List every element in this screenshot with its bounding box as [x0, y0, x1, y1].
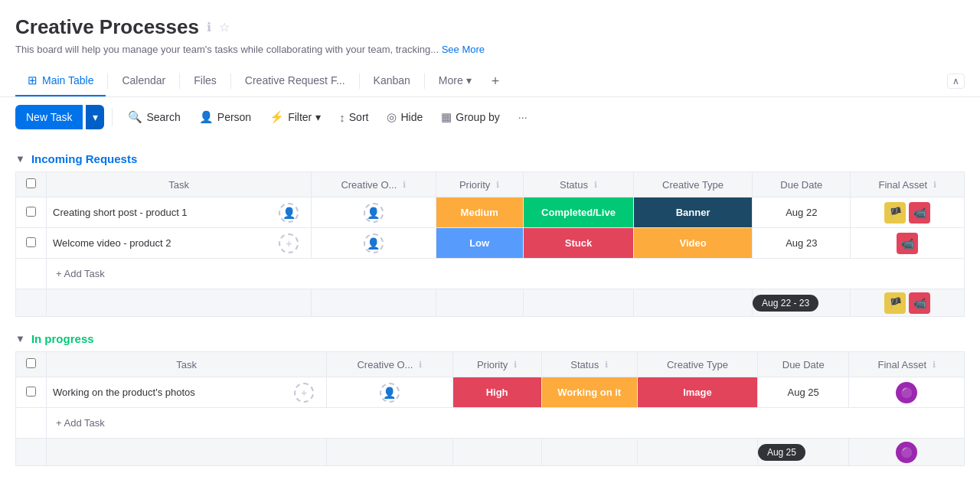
row2-due-date-cell[interactable]: Aug 23 [753, 228, 851, 259]
row3-checkbox[interactable] [26, 387, 36, 397]
row3-task-cell: Working on the product's photos + [47, 377, 327, 408]
info-icon-status-ip[interactable]: ℹ [605, 360, 608, 370]
select-all-incoming[interactable] [26, 178, 36, 188]
row1-task-cell: Creating short post - product 1 👤 [47, 197, 312, 228]
search-button[interactable]: 🔍 Search [120, 106, 188, 129]
tab-kanban[interactable]: Kanban [361, 67, 423, 96]
inprogress-table: Task Creative O... ℹ Priority [15, 351, 965, 466]
filter-chevron-icon: ▾ [315, 111, 321, 123]
row1-due-date-cell[interactable]: Aug 22 [753, 197, 851, 228]
row1-asset-video: 📹 [909, 202, 930, 224]
info-icon-co-ip[interactable]: ℹ [419, 360, 422, 370]
hide-button[interactable]: ◎ Hide [379, 106, 430, 129]
header-creative-owner-incoming: Creative O... ℹ [312, 172, 436, 197]
row3-due-date-cell[interactable]: Aug 25 [757, 377, 849, 408]
info-icon-priority-ip[interactable]: ℹ [514, 360, 517, 370]
row1-priority-badge: Medium [436, 197, 523, 227]
row2-co-avatar[interactable]: 👤 [364, 233, 384, 253]
toolbar: New Task ▾ 🔍 Search 👤 Person ⚡ Filter ▾ … [0, 97, 980, 137]
row3-co-avatar[interactable]: 👤 [380, 383, 400, 403]
row2-priority-cell[interactable]: Low [436, 228, 523, 259]
incoming-table-wrapper: Task Creative O... ℹ Priority [0, 171, 980, 317]
row3-status-cell[interactable]: Working on it [541, 377, 637, 408]
header-priority-ip: Priority ℹ [452, 352, 541, 377]
new-task-dropdown-button[interactable]: ▾ [86, 105, 104, 129]
header-status-ip: Status ℹ [541, 352, 637, 377]
row2-creative-owner-cell[interactable]: 👤 [312, 228, 436, 259]
info-icon-priority[interactable]: ℹ [496, 180, 499, 190]
add-task-row-inprogress[interactable]: + Add Task [16, 408, 965, 439]
person-button[interactable]: 👤 Person [191, 106, 259, 129]
info-icon-co[interactable]: ℹ [403, 180, 406, 190]
header-creative-type-incoming: Creative Type [634, 172, 753, 197]
row2-checkbox[interactable] [26, 237, 36, 247]
sort-icon: ↕ [339, 111, 345, 124]
row3-creative-type-badge: Image [638, 377, 757, 407]
tab-more[interactable]: More ▾ [426, 67, 484, 96]
row3-checkbox-cell [16, 377, 47, 408]
group-toggle-incoming[interactable]: ▼ [15, 153, 25, 165]
row1-checkbox[interactable] [26, 207, 36, 217]
board-title: Creative Processes [15, 15, 199, 39]
tab-divider-3 [230, 73, 231, 89]
more-options-button[interactable]: ··· [511, 106, 535, 128]
row3-add-avatar[interactable]: + [294, 383, 314, 403]
group-by-button[interactable]: ▦ Group by [433, 106, 508, 129]
row2-assets: 📹 [851, 233, 964, 254]
row2-final-asset-cell[interactable]: 📹 [851, 228, 965, 259]
row1-creative-owner-cell[interactable]: 👤 [312, 197, 436, 228]
incoming-table: Task Creative O... ℹ Priority [15, 171, 965, 317]
tab-divider [107, 73, 108, 89]
row2-creative-type-cell[interactable]: Video [634, 228, 753, 259]
header-checkbox-cell-ip [16, 352, 47, 377]
board-subtitle: This board will help you manage your tea… [15, 44, 965, 55]
see-more-link[interactable]: See More [442, 44, 485, 55]
group-title-incoming[interactable]: Incoming Requests [31, 152, 137, 165]
star-icon[interactable]: ☆ [219, 20, 230, 34]
row3-final-asset-cell[interactable]: 🟣 [849, 377, 965, 408]
info-icon-asset[interactable]: ℹ [933, 180, 936, 190]
info-icon-status[interactable]: ℹ [594, 180, 597, 190]
info-icon-asset-ip[interactable]: ℹ [933, 360, 936, 370]
row3-creative-owner-cell[interactable]: 👤 [327, 377, 453, 408]
tab-divider-2 [179, 73, 180, 89]
inprogress-table-wrapper: Task Creative O... ℹ Priority [0, 351, 980, 466]
row3-creative-type-cell[interactable]: Image [637, 377, 757, 408]
row1-avatar-with-badge[interactable]: 👤 [279, 203, 299, 223]
row3-status-badge: Working on it [542, 377, 637, 407]
row2-status-cell[interactable]: Stuck [523, 228, 633, 259]
group-title-inprogress[interactable]: In progress [31, 332, 94, 345]
tab-files[interactable]: Files [181, 67, 229, 96]
header-due-date-incoming: Due Date [753, 172, 851, 197]
tab-creative-request[interactable]: Creative Request F... [233, 67, 358, 96]
group-icon: ▦ [441, 110, 452, 124]
row1-co-avatar[interactable]: 👤 [364, 203, 384, 223]
row1-status-cell[interactable]: Completed/Live [523, 197, 633, 228]
info-icon[interactable]: ℹ [207, 20, 211, 34]
filter-button[interactable]: ⚡ Filter ▾ [262, 106, 328, 129]
sort-button[interactable]: ↕ Sort [332, 106, 376, 129]
row1-final-asset-cell[interactable]: 🏴 📹 [851, 197, 965, 228]
add-task-cell-inprogress[interactable]: + Add Task [47, 408, 965, 439]
tab-calendar[interactable]: Calendar [109, 67, 178, 96]
group-incoming-header: ▼ Incoming Requests [0, 149, 980, 171]
collapse-tabs-button[interactable]: ∧ [947, 73, 965, 89]
group-inprogress-header: ▼ In progress [0, 329, 980, 351]
row1-priority-cell[interactable]: Medium [436, 197, 523, 228]
new-task-button[interactable]: New Task [15, 105, 83, 129]
select-all-inprogress[interactable] [26, 358, 36, 368]
add-task-cell-incoming[interactable]: + Add Task [47, 259, 965, 289]
filter-icon: ⚡ [270, 110, 284, 124]
summary-row-inprogress: Aug 25 🟣 [16, 439, 965, 466]
row1-creative-type-badge: Banner [634, 197, 752, 227]
row3-priority-cell[interactable]: High [452, 377, 541, 408]
group-toggle-inprogress[interactable]: ▼ [15, 333, 25, 344]
row1-creative-type-cell[interactable]: Banner [634, 197, 753, 228]
row2-add-avatar[interactable]: + [279, 233, 299, 253]
summary-date-inprogress: Aug 25 [757, 439, 849, 466]
table-row: Welcome video - product 2 + 👤 [16, 228, 965, 259]
add-task-row-incoming[interactable]: + Add Task [16, 259, 965, 289]
tab-main-table[interactable]: ⊞ Main Table [15, 66, 106, 96]
add-tab-button[interactable]: + [484, 67, 508, 96]
avatar-icon: 👤 [383, 387, 396, 399]
